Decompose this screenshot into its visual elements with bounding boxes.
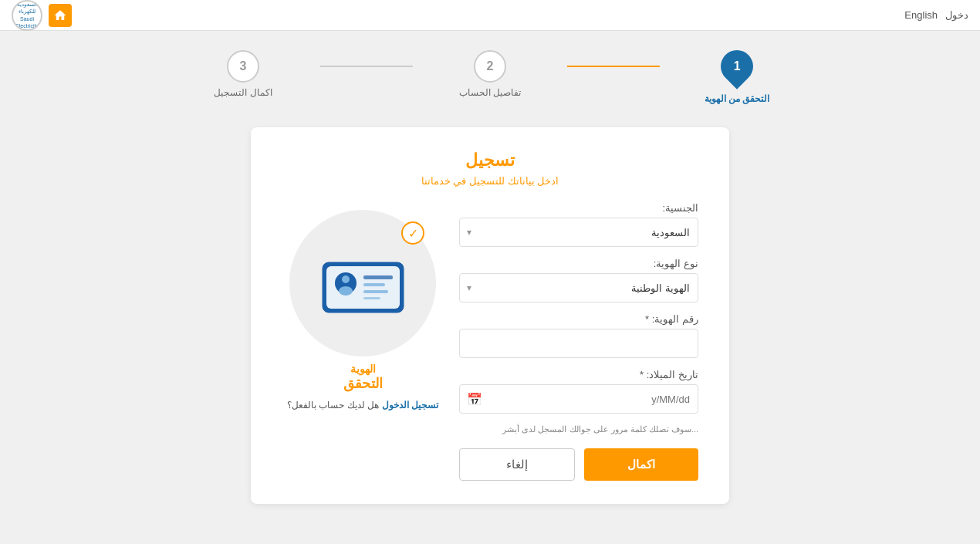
illustration-section: ✓ الهوية التحقق تسجيل الدخول هل لديك حسا… (282, 202, 444, 411)
home-button[interactable] (49, 4, 72, 27)
step-1-pin-shape: 1 (714, 43, 759, 89)
step-1-pin: 1 (721, 50, 753, 89)
header-right: الشركة السعودية للكهرباء Saudi Electrici… (12, 0, 72, 31)
svg-point-3 (342, 275, 350, 283)
step-3-circle: 3 (227, 50, 259, 83)
step-3-label: اكمال التسجيل (214, 87, 272, 98)
card-title: تسجيل (282, 150, 698, 171)
connector-3-2 (320, 66, 413, 67)
nationality-select[interactable]: السعودية (459, 218, 698, 247)
step-3-number: 3 (240, 59, 247, 73)
svg-rect-7 (363, 290, 388, 293)
id-type-select[interactable]: الهوية الوطنية (459, 273, 698, 302)
form-section: الجنسية: السعودية ▾ نوع الهوية: الهوية ا… (459, 202, 698, 481)
button-row: اكمال إلغاء (459, 448, 698, 481)
connector-2-1 (567, 66, 660, 67)
step-1-label: التحقق من الهوية (705, 93, 770, 104)
complete-button[interactable]: اكمال (584, 448, 698, 481)
illus-label-bottom: التحقق (343, 375, 383, 392)
company-logo: الشركة السعودية للكهرباء Saudi Electrici… (12, 0, 42, 31)
step-2-circle: 2 (474, 50, 506, 83)
sign-in-link[interactable]: تسجيل الدخول (382, 400, 438, 411)
svg-rect-8 (363, 297, 380, 299)
birthdate-label: تاريخ الميلاد: * (459, 369, 698, 380)
nationality-group: الجنسية: السعودية ▾ (459, 202, 698, 247)
card-inner: الجنسية: السعودية ▾ نوع الهوية: الهوية ا… (282, 202, 698, 481)
login-hint-text: تسجيل الدخول هل لديك حساب بالفعل؟ (287, 400, 438, 411)
id-type-select-wrapper: الهوية الوطنية ▾ (459, 273, 698, 302)
home-icon (53, 8, 67, 22)
id-type-group: نوع الهوية: الهوية الوطنية ▾ (459, 258, 698, 302)
nationality-label: الجنسية: (459, 202, 698, 214)
step-1: 1 التحقق من الهوية (660, 50, 814, 104)
svg-point-4 (339, 286, 353, 296)
cancel-button[interactable]: إلغاء (459, 448, 575, 481)
step-2: 2 تفاصيل الحساب (413, 50, 567, 98)
id-number-group: رقم الهوية: * (459, 313, 698, 358)
check-badge-icon: ✓ (401, 221, 424, 245)
id-card-illustration (319, 251, 407, 316)
id-illustration-bg: ✓ (289, 210, 436, 356)
illus-label-top: الهوية (350, 363, 376, 375)
svg-rect-5 (363, 275, 393, 279)
nationality-select-wrapper: السعودية ▾ (459, 218, 698, 247)
id-type-label: نوع الهوية: (459, 258, 698, 269)
birthdate-input[interactable] (459, 384, 698, 414)
step-2-number: 2 (487, 59, 494, 73)
login-link-header[interactable]: دخول (945, 9, 968, 21)
step-3: 3 اكمال التسجيل (166, 50, 320, 98)
id-number-input[interactable] (459, 329, 698, 358)
step-2-label: تفاصيل الحساب (459, 87, 521, 98)
id-number-label: رقم الهوية: * (459, 313, 698, 325)
step-1-number: 1 (734, 59, 741, 73)
header: English دخول الشركة السعودية للكهرباء Sa… (0, 0, 980, 31)
birthdate-group: تاريخ الميلاد: * 📅 (459, 369, 698, 414)
hint-text: ...سوف تصلك كلمة مرور على جوالك المسجل ل… (459, 424, 698, 434)
stepper: 3 اكمال التسجيل 2 تفاصيل الحساب 1 التحقق… (0, 31, 980, 116)
registration-card: تسجيل ادخل بياناتك للتسجيل في خدماتنا ال… (251, 127, 729, 504)
main-content: تسجيل ادخل بياناتك للتسجيل في خدماتنا ال… (0, 116, 980, 515)
header-left: English دخول (904, 9, 968, 21)
svg-rect-6 (363, 283, 385, 286)
language-switch[interactable]: English (904, 9, 938, 21)
date-wrapper: 📅 (459, 384, 698, 414)
logo-text: الشركة السعودية للكهرباء Saudi Electrici… (13, 0, 41, 31)
card-subtitle: ادخل بياناتك للتسجيل في خدماتنا (282, 175, 698, 187)
